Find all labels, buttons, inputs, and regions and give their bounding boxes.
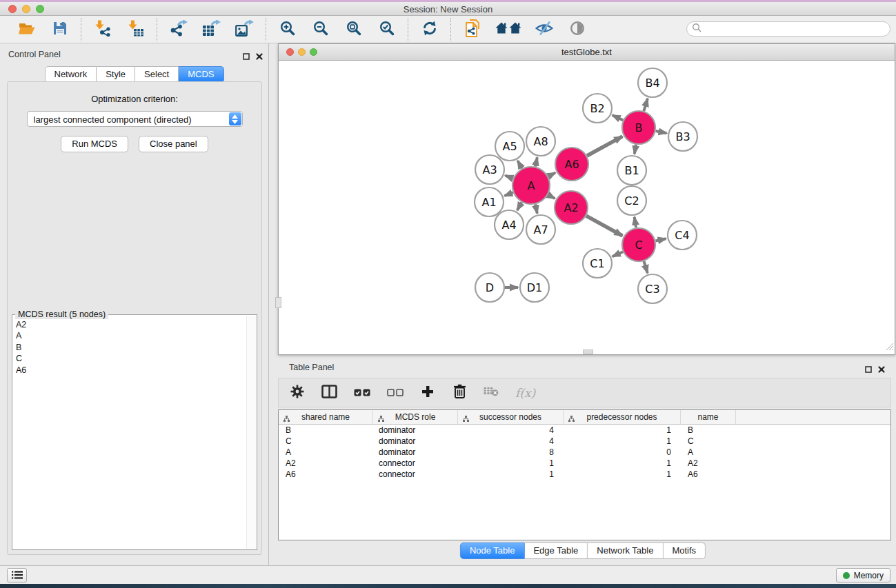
- search-input[interactable]: [705, 23, 890, 34]
- table-cell[interactable]: dominator: [373, 425, 458, 436]
- result-list-item[interactable]: C: [14, 353, 246, 364]
- tab-motifs[interactable]: Motifs: [663, 543, 706, 559]
- table-cell[interactable]: A2: [681, 458, 736, 469]
- graph-edge[interactable]: [613, 252, 623, 256]
- column-header-predecessor-nodes[interactable]: predecessor nodes: [564, 410, 681, 424]
- export-table-button[interactable]: [201, 19, 223, 41]
- table-row[interactable]: A2connector11A2: [279, 458, 890, 469]
- column-header-name[interactable]: name: [681, 410, 736, 424]
- result-list-item[interactable]: B: [14, 342, 246, 353]
- graph-edge[interactable]: [644, 99, 648, 111]
- table-cell[interactable]: 4: [458, 436, 564, 447]
- delete-table-button[interactable]: [484, 385, 499, 401]
- delete-column-button[interactable]: [452, 385, 467, 401]
- tab-network[interactable]: Network: [44, 66, 97, 83]
- tab-edge-table[interactable]: Edge Table: [524, 543, 588, 559]
- export-network-button[interactable]: [168, 19, 190, 41]
- table-cell[interactable]: A: [681, 447, 736, 458]
- import-network-button[interactable]: [92, 19, 114, 41]
- table-cell[interactable]: 4: [458, 425, 564, 436]
- function-builder-button[interactable]: f(x): [515, 385, 535, 401]
- graph-edge[interactable]: [586, 216, 622, 236]
- graph-edge[interactable]: [587, 136, 622, 156]
- graph-edge[interactable]: [505, 176, 512, 179]
- node-table[interactable]: shared name MCDS role successor nodes pr…: [278, 409, 891, 540]
- table-cell[interactable]: B: [681, 425, 736, 436]
- column-header-shared-name[interactable]: shared name: [279, 410, 373, 424]
- table-cell[interactable]: 1: [458, 458, 564, 469]
- table-cell[interactable]: C: [279, 436, 373, 447]
- mcds-result-list[interactable]: A2ABCA6: [14, 319, 246, 548]
- table-row[interactable]: Bdominator41B: [279, 425, 890, 436]
- result-list-item[interactable]: A6: [14, 365, 246, 376]
- apply-layout-button[interactable]: [419, 19, 441, 41]
- close-panel-icon[interactable]: [256, 50, 263, 63]
- table-row[interactable]: Adominator80A: [279, 447, 890, 458]
- graph-edge[interactable]: [535, 204, 537, 213]
- graph-edge[interactable]: [644, 261, 647, 273]
- table-row[interactable]: Cdominator41C: [279, 436, 890, 447]
- graph-edge[interactable]: [535, 157, 537, 166]
- graph-edge[interactable]: [504, 192, 513, 196]
- table-cell[interactable]: A6: [279, 469, 373, 480]
- graph-edge[interactable]: [655, 239, 666, 241]
- table-cell[interactable]: connector: [373, 469, 458, 480]
- graph-edge[interactable]: [635, 145, 636, 154]
- network-graph[interactable]: B4B2BB3A5A8A6A3AB1A1C2A2A4A7C4CC1DD1C3: [279, 61, 895, 355]
- table-cell[interactable]: 1: [564, 458, 681, 469]
- splitter-handle-horizontal[interactable]: [583, 349, 593, 354]
- column-header-successor-nodes[interactable]: successor nodes: [458, 410, 564, 424]
- clone-network-button[interactable]: [461, 19, 484, 41]
- open-session-button[interactable]: [16, 19, 38, 41]
- memory-button[interactable]: Memory: [836, 568, 890, 582]
- table-cell[interactable]: B: [279, 425, 373, 436]
- home-view-button[interactable]: [495, 19, 522, 41]
- graph-edge[interactable]: [548, 173, 555, 176]
- float-panel-icon[interactable]: [865, 363, 872, 376]
- network-window-titlebar[interactable]: testGlobe.txt: [279, 44, 895, 61]
- export-image-button[interactable]: [234, 19, 256, 41]
- graph-edge[interactable]: [613, 115, 624, 120]
- hide-panels-button[interactable]: [533, 19, 555, 41]
- column-view-button[interactable]: [321, 385, 337, 401]
- table-cell[interactable]: 1: [458, 469, 564, 480]
- splitter-handle-vertical[interactable]: [275, 297, 281, 308]
- zoom-in-button[interactable]: [277, 19, 299, 41]
- close-panel-icon[interactable]: [878, 363, 885, 376]
- zoom-fit-button[interactable]: [343, 19, 365, 41]
- zoom-selected-button[interactable]: [376, 19, 398, 41]
- table-cell[interactable]: A6: [681, 469, 736, 480]
- show-panels-button[interactable]: [566, 19, 588, 41]
- table-cell[interactable]: A2: [279, 458, 373, 469]
- graph-edge[interactable]: [635, 217, 636, 228]
- graph-edge[interactable]: [517, 161, 521, 168]
- add-column-button[interactable]: [420, 385, 435, 401]
- table-row[interactable]: A6connector11A6: [279, 469, 890, 480]
- result-list-item[interactable]: A2: [14, 319, 246, 330]
- graph-edge[interactable]: [517, 202, 522, 210]
- table-cell[interactable]: A: [279, 447, 373, 458]
- table-cell[interactable]: 1: [564, 436, 681, 447]
- column-header-mcds-role[interactable]: MCDS role: [373, 410, 458, 424]
- tab-mcds[interactable]: MCDS: [179, 66, 223, 83]
- result-list-item[interactable]: A: [14, 330, 246, 341]
- zoom-out-button[interactable]: [310, 19, 332, 41]
- table-cell[interactable]: connector: [373, 458, 458, 469]
- tab-style[interactable]: Style: [97, 66, 135, 83]
- table-cell[interactable]: dominator: [373, 447, 458, 458]
- graph-edge[interactable]: [655, 131, 666, 133]
- save-session-button[interactable]: [49, 19, 71, 41]
- table-cell[interactable]: 1: [564, 469, 681, 480]
- tab-network-table[interactable]: Network Table: [588, 543, 663, 559]
- table-settings-button[interactable]: [290, 385, 305, 401]
- graph-edge[interactable]: [548, 195, 555, 199]
- table-cell[interactable]: 8: [458, 447, 564, 458]
- float-panel-icon[interactable]: [243, 50, 250, 63]
- window-resize-grip[interactable]: [885, 341, 894, 354]
- result-list-scrollbar[interactable]: [246, 316, 256, 549]
- table-cell[interactable]: 0: [564, 447, 681, 458]
- close-panel-button[interactable]: Close panel: [139, 136, 208, 152]
- task-history-button[interactable]: [7, 568, 27, 582]
- run-mcds-button[interactable]: Run MCDS: [61, 136, 128, 152]
- select-all-button[interactable]: [354, 385, 370, 401]
